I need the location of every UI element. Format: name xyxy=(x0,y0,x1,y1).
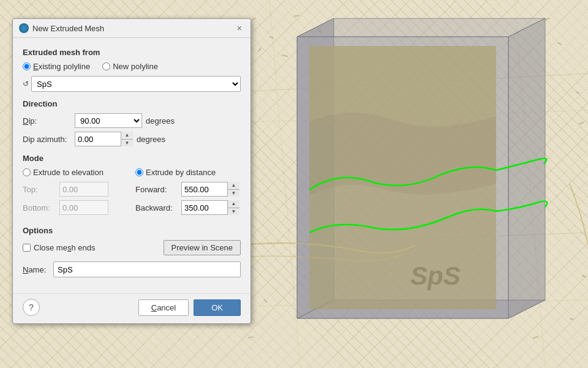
bottom-label: Bottom: xyxy=(23,203,59,212)
svg-marker-22 xyxy=(297,18,545,37)
new-polyline-radio[interactable] xyxy=(102,62,110,70)
dialog-title-bar: New Extruded Mesh × xyxy=(13,19,251,38)
polyline-icon: ↺ xyxy=(23,80,29,88)
dip-azimuth-spin-buttons: ▲ ▼ xyxy=(121,132,133,146)
extrude-distance-radio[interactable] xyxy=(135,168,143,176)
dialog-footer: ? Cancel OK xyxy=(13,293,251,323)
new-extruded-mesh-dialog: New Extruded Mesh × Extruded mesh from E… xyxy=(12,18,251,324)
dip-label: Dip: xyxy=(23,116,75,126)
svg-rect-12 xyxy=(545,18,550,21)
top-field-row: Top: 0.00 xyxy=(23,182,128,197)
forward-spinbox: 550.00 ▲ ▼ xyxy=(181,182,239,197)
svg-rect-11 xyxy=(282,54,288,58)
distance-radio-row: Extrude by distance xyxy=(135,168,241,177)
name-label: Name: xyxy=(23,265,53,274)
preview-button[interactable]: Preview in Scene xyxy=(164,240,241,255)
svg-marker-24 xyxy=(508,18,545,318)
dip-azimuth-label: Dip azimuth: xyxy=(23,135,75,144)
help-button[interactable]: ? xyxy=(23,299,40,316)
svg-rect-15 xyxy=(570,318,573,320)
dip-select[interactable]: 90.00 xyxy=(75,113,142,128)
new-polyline-option[interactable]: New polyline xyxy=(102,62,158,71)
scene-3d-view: SpS xyxy=(239,0,588,368)
ok-label: OK xyxy=(211,303,223,312)
section-mode-label: Mode xyxy=(23,154,241,163)
backward-spin-buttons: ▲ ▼ xyxy=(227,200,239,215)
footer-buttons: Cancel OK xyxy=(138,299,241,316)
backward-label: Backward: xyxy=(135,203,181,212)
bottom-field-row: Bottom: 0.00 xyxy=(23,200,128,215)
backward-spin-up[interactable]: ▲ xyxy=(228,200,239,208)
top-label: Top: xyxy=(23,185,59,194)
forward-spin-down[interactable]: ▼ xyxy=(228,190,239,197)
backward-spinbox: 350.00 ▲ ▼ xyxy=(181,200,239,215)
polyline-select[interactable]: SpS xyxy=(31,76,241,92)
svg-rect-18 xyxy=(248,336,254,339)
close-mesh-checkbox-item[interactable]: Close mesh ends xyxy=(23,243,95,252)
existing-polyline-label: Existing polyline xyxy=(33,62,90,71)
cancel-button[interactable]: Cancel xyxy=(138,299,189,316)
dip-unit: degrees xyxy=(146,116,175,126)
dip-field-row: Dip: 90.00 degrees xyxy=(23,113,241,128)
dip-azimuth-spin-up[interactable]: ▲ xyxy=(121,132,133,140)
dip-azimuth-unit: degrees xyxy=(137,135,165,144)
name-field-row: Name: SpS xyxy=(23,261,241,277)
dialog-icon xyxy=(19,23,29,33)
section-direction-label: Direction xyxy=(23,99,241,108)
svg-rect-14 xyxy=(533,336,538,339)
existing-polyline-option[interactable]: Existing polyline xyxy=(23,62,90,71)
section-from-label: Extruded mesh from xyxy=(23,48,241,57)
svg-rect-17 xyxy=(263,299,267,302)
dip-azimuth-spin-down[interactable]: ▼ xyxy=(121,140,133,147)
svg-rect-6 xyxy=(251,17,256,21)
new-polyline-label: New polyline xyxy=(113,62,158,71)
polyline-dropdown-row: ↺ SpS xyxy=(23,76,241,92)
source-radio-group: Existing polyline New polyline xyxy=(23,62,241,71)
close-button[interactable]: × xyxy=(235,23,244,34)
svg-rect-10 xyxy=(258,47,262,51)
help-label: ? xyxy=(29,302,34,312)
dialog-title: New Extruded Mesh xyxy=(32,24,235,33)
svg-rect-19 xyxy=(576,91,579,94)
forward-spin-buttons: ▲ ▼ xyxy=(227,182,239,197)
preview-button-label: Preview in Scene xyxy=(172,243,233,252)
elevation-mode-col: Extrude to elevation Top: 0.00 Bottom: 0… xyxy=(23,168,128,219)
svg-rect-13 xyxy=(557,42,562,45)
extrude-elevation-radio[interactable] xyxy=(23,168,31,176)
svg-text:SpS: SpS xyxy=(410,261,461,290)
dip-azimuth-spinbox: 0.00 ▲ ▼ xyxy=(75,132,133,146)
svg-rect-7 xyxy=(270,36,273,39)
forward-field-row: Forward: 550.00 ▲ ▼ xyxy=(135,182,241,197)
options-row: Close mesh ends Preview in Scene xyxy=(23,240,241,255)
close-mesh-label: Close mesh ends xyxy=(34,243,95,252)
name-input[interactable]: SpS xyxy=(53,261,241,277)
extrude-elevation-label: Extrude to elevation xyxy=(33,168,104,177)
forward-label: Forward: xyxy=(135,185,181,194)
svg-rect-21 xyxy=(582,275,586,277)
distance-mode-col: Extrude by distance Forward: 550.00 ▲ ▼ … xyxy=(135,168,241,219)
mode-row: Extrude to elevation Top: 0.00 Bottom: 0… xyxy=(23,168,241,219)
extrude-distance-label: Extrude by distance xyxy=(146,168,216,177)
close-mesh-checkbox[interactable] xyxy=(23,244,31,252)
elevation-radio-row: Extrude to elevation xyxy=(23,168,128,177)
dip-azimuth-field-row: Dip azimuth: 0.00 ▲ ▼ degrees xyxy=(23,132,241,146)
cancel-label: Cancel xyxy=(151,303,176,312)
bottom-input: 0.00 xyxy=(59,200,108,215)
svg-rect-20 xyxy=(579,121,584,124)
ok-button[interactable]: OK xyxy=(194,299,241,316)
top-input: 0.00 xyxy=(59,182,108,197)
backward-spin-down[interactable]: ▼ xyxy=(228,208,239,216)
backward-field-row: Backward: 350.00 ▲ ▼ xyxy=(135,200,241,215)
dialog-body: Extruded mesh from Existing polyline New… xyxy=(13,38,251,293)
existing-polyline-radio[interactable] xyxy=(23,62,31,70)
svg-rect-8 xyxy=(294,15,300,17)
forward-spin-up[interactable]: ▲ xyxy=(228,182,239,190)
section-options-label: Options xyxy=(23,226,241,235)
